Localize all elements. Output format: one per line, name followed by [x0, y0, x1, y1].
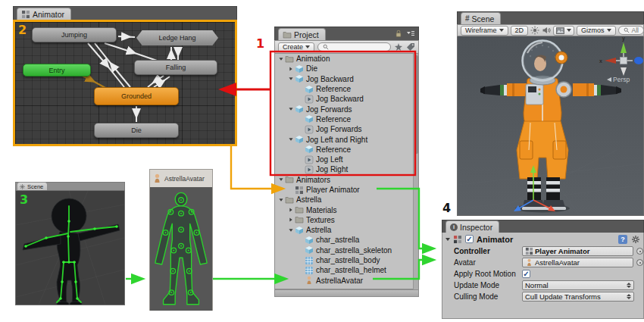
- expander-icon[interactable]: [287, 67, 295, 71]
- favorites-filter-icon[interactable]: [394, 42, 403, 52]
- project-search-input[interactable]: [317, 42, 391, 52]
- state-ledge-hang[interactable]: Ledge Hang: [136, 30, 218, 45]
- animator-component-header[interactable]: ✓ Animator ?: [442, 233, 643, 245]
- scene-search-input[interactable]: All: [618, 26, 644, 35]
- expander-icon[interactable]: [287, 208, 295, 212]
- tree-item[interactable]: char_astrella_body: [275, 255, 418, 265]
- folder-icon: [283, 30, 292, 39]
- tree-item[interactable]: Jog Backward: [275, 74, 418, 84]
- tab-scene[interactable]: # Scene: [461, 12, 501, 24]
- animator-state-graph[interactable]: Jumping Ledge Hang Falling Entry Grounde…: [13, 20, 237, 146]
- tree-item[interactable]: Reference: [275, 84, 418, 94]
- update-mode-row: Update Mode Normal: [442, 280, 643, 291]
- tree-item-label: Materials: [306, 206, 337, 214]
- folder-icon: [285, 175, 294, 184]
- lighting-toggle-icon[interactable]: [530, 26, 539, 35]
- avatar-icon: [152, 174, 162, 183]
- tree-item-label: AstrellaAvatar: [316, 277, 363, 285]
- gear-icon[interactable]: [631, 235, 640, 244]
- gizmos-dropdown[interactable]: Gizmos: [577, 26, 616, 36]
- tree-item-label: Reference: [316, 145, 351, 154]
- avatar-object-field[interactable]: AstrellaAvatar: [522, 258, 633, 267]
- controller-icon: [295, 186, 304, 195]
- state-entry[interactable]: Entry: [23, 64, 91, 77]
- popup-stepper-icon: [627, 283, 631, 288]
- step-label-1: 1: [256, 36, 264, 51]
- svg-text:Persp: Persp: [613, 76, 630, 83]
- project-tabstrip: Project: [274, 27, 419, 40]
- tree-item[interactable]: Materials: [275, 205, 418, 214]
- foldout-icon[interactable]: [445, 238, 450, 241]
- culling-mode-dropdown[interactable]: Cull Update Transforms: [522, 292, 634, 302]
- tree-item[interactable]: Jog Left and Right: [275, 134, 418, 144]
- expander-icon[interactable]: [277, 199, 285, 202]
- object-picker[interactable]: [636, 248, 643, 255]
- object-picker[interactable]: [636, 259, 643, 266]
- window-menu-icon[interactable]: [406, 29, 415, 38]
- project-scrollbar[interactable]: [413, 54, 418, 289]
- tree-item[interactable]: Astrella: [275, 195, 418, 205]
- tree-item[interactable]: AstrellaAvatar: [275, 276, 418, 286]
- tree-item[interactable]: char_astrella_skeleton: [275, 245, 418, 255]
- tree-item[interactable]: char_astrella: [275, 235, 418, 245]
- tree-item[interactable]: Jog Backward: [275, 94, 418, 104]
- tab-mini-scene[interactable]: Scene: [17, 182, 48, 190]
- axis-y-label: y: [622, 36, 625, 42]
- expander-icon[interactable]: [287, 229, 295, 232]
- clip-icon: [305, 165, 314, 174]
- effects-dropdown[interactable]: [553, 26, 574, 36]
- expander-icon[interactable]: [287, 138, 295, 141]
- tree-item[interactable]: Textures: [275, 215, 418, 225]
- tree-item[interactable]: Astrella: [275, 225, 418, 235]
- create-button[interactable]: Create: [278, 42, 314, 52]
- model-icon: [295, 74, 304, 83]
- avatar-row: Avatar AstrellaAvatar: [442, 257, 643, 268]
- state-grounded[interactable]: Grounded: [94, 87, 179, 105]
- tree-item-label: Reference: [316, 85, 351, 93]
- tree-item[interactable]: char_astrella_helmet: [275, 265, 418, 275]
- expander-icon[interactable]: [287, 108, 295, 111]
- mini-scene-viewport[interactable]: [15, 190, 125, 305]
- avatar-label: Avatar: [454, 258, 522, 267]
- tab-inspector[interactable]: i Inspector: [445, 220, 499, 233]
- help-icon[interactable]: ?: [618, 235, 627, 244]
- tree-item[interactable]: Player Animator: [275, 185, 418, 195]
- expander-icon[interactable]: [287, 77, 295, 80]
- model-icon: [305, 245, 314, 255]
- persp-label[interactable]: Persp: [607, 76, 630, 83]
- avatar-preview-header: AstrellaAvatar: [150, 170, 212, 187]
- tree-item[interactable]: Jog Forwards: [275, 104, 418, 114]
- tree-item[interactable]: Die: [275, 64, 418, 73]
- update-mode-dropdown[interactable]: Normal: [522, 280, 634, 290]
- draw-mode-dropdown[interactable]: Wireframe: [461, 26, 508, 36]
- lock-icon[interactable]: [394, 29, 403, 38]
- state-jumping[interactable]: Jumping: [32, 27, 117, 42]
- expander-icon[interactable]: [287, 217, 295, 222]
- scrollbar-thumb[interactable]: [414, 55, 418, 154]
- state-falling[interactable]: Falling: [134, 60, 217, 75]
- tree-item[interactable]: Jog Left: [275, 155, 418, 164]
- tree-item[interactable]: Animation: [275, 54, 418, 64]
- controller-object-field[interactable]: Player Animator: [522, 246, 633, 256]
- wireframe-character: [16, 191, 124, 305]
- toggle-2d-button[interactable]: 2D: [511, 26, 529, 36]
- tree-item-label: char_astrella: [316, 236, 359, 244]
- model-icon: [295, 226, 304, 235]
- tree-item[interactable]: Jog Right: [275, 164, 418, 174]
- tree-item[interactable]: Animators: [275, 175, 418, 185]
- audio-toggle-icon[interactable]: [542, 26, 551, 35]
- scene-viewport[interactable]: x y z Persp: [457, 36, 644, 216]
- tab-animator[interactable]: Animator: [17, 8, 71, 20]
- tree-item[interactable]: Reference: [275, 114, 418, 124]
- apply-root-motion-checkbox[interactable]: ✓: [522, 270, 530, 278]
- tree-item[interactable]: Reference: [275, 145, 418, 155]
- state-die[interactable]: Die: [94, 123, 179, 138]
- avatar-figure: [150, 187, 212, 311]
- expander-icon[interactable]: [277, 58, 285, 61]
- expander-icon[interactable]: [277, 178, 285, 181]
- label-tag-icon[interactable]: [406, 42, 415, 52]
- tree-item[interactable]: Jog Forwards: [275, 124, 418, 134]
- tab-project[interactable]: Project: [278, 28, 326, 40]
- avatar-mapping-view[interactable]: [150, 187, 212, 311]
- component-enabled-checkbox[interactable]: ✓: [465, 235, 474, 243]
